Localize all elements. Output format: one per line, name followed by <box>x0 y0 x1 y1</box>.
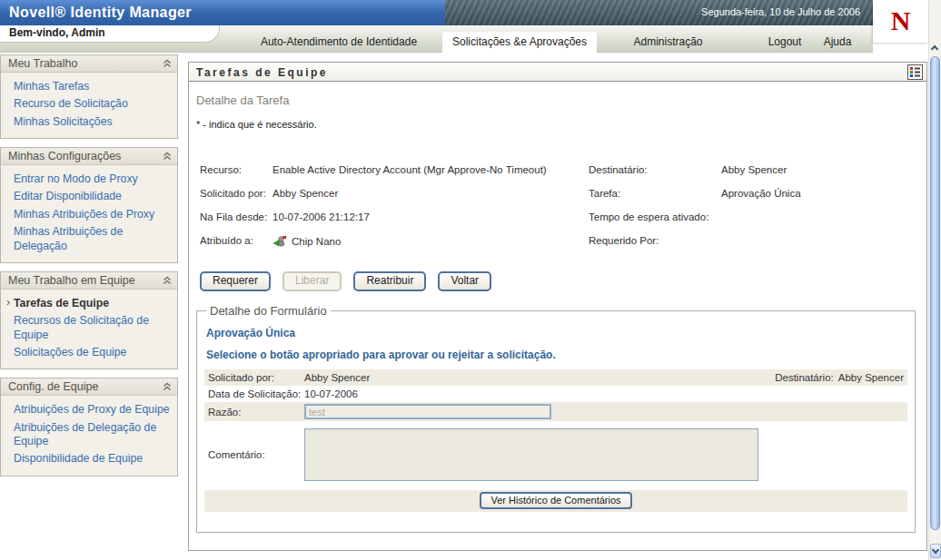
tab-ajuda[interactable]: Ajuda <box>811 32 864 52</box>
field-requerido-por-label: Requerido Por: <box>589 235 721 262</box>
content-panel: Tarefas de Equipe Detalhe da Tarefa * - … <box>188 62 927 551</box>
scroll-down-icon[interactable] <box>930 544 941 558</box>
task-action-buttons: Requerer Liberar Reatribuir Voltar <box>200 271 491 291</box>
destinatario-label: Destinatário: <box>775 372 834 383</box>
tab-logout[interactable]: Logout <box>757 32 813 52</box>
section-body: Minhas Tarefas Recurso de Solicitação Mi… <box>1 73 177 138</box>
display-options-icon <box>910 67 920 77</box>
sidebar-item-disponibilidade-equipe[interactable]: Disponibilidade de Equipe <box>14 452 170 466</box>
scroll-up-icon[interactable] <box>932 42 941 51</box>
data-solicitacao-value: 10-07-2006 <box>304 388 358 399</box>
view-comment-history-button[interactable]: Ver Histórico de Comentários <box>480 492 631 509</box>
tab-bar: Bem-vindo, Admin Auto-Atendimento de Ide… <box>0 25 873 53</box>
reatribuir-button[interactable]: Reatribuir <box>353 271 426 291</box>
form-instruction: Selecione o botão apropriado para aprova… <box>206 349 907 361</box>
field-solicitado-por-label: Solicitado por: <box>200 188 272 211</box>
page: Novell® Identity Manager Segunda-feira, … <box>0 0 941 560</box>
field-requerido-por-value <box>721 235 917 262</box>
vertical-scrollbar <box>928 0 941 560</box>
section-body: Tarefas de Equipe Recursos de Solicitaçã… <box>1 290 177 368</box>
solicitado-por-label: Solicitado por: <box>208 372 304 383</box>
collapse-chevrons-icon <box>163 382 172 391</box>
assigned-user-icon <box>272 235 287 248</box>
required-note: * - indica que é necessário. <box>196 119 926 130</box>
welcome-label: Bem-vindo, Admin <box>0 25 220 43</box>
solicitado-por-value: Abby Spencer <box>304 372 370 383</box>
section-header-meu-trabalho[interactable]: Meu Trabalho <box>1 55 177 73</box>
sidebar-section-meu-trabalho-em-equipe: Meu Trabalho em Equipe Tarefas de Equipe… <box>0 271 178 369</box>
page-title: Tarefas de Equipe <box>196 66 328 79</box>
sidebar-item-minhas-solicitacoes[interactable]: Minhas Solicitações <box>14 115 170 129</box>
form-row-comentario: Comentário: <box>204 425 907 485</box>
sidebar: Meu Trabalho Minhas Tarefas Recurso de S… <box>0 54 178 485</box>
sidebar-item-minhas-atribuicoes-delegacao[interactable]: Minhas Atribuições de Delegação <box>14 225 170 253</box>
novell-logo: N <box>873 0 928 43</box>
field-destinatario-label: Destinatário: <box>589 164 721 188</box>
form-detail-fieldset: Detalhe do Formulário Aprovação Única Se… <box>196 304 916 533</box>
tab-administracao[interactable]: Administração <box>620 32 716 52</box>
field-na-fila-desde-value: 10-07-2006 21:12:17 <box>272 211 589 235</box>
tab-solicitacoes-aprovacoes[interactable]: Solicitações &e Aprovações <box>442 32 597 53</box>
field-atribuido-a-value: Chip Nano <box>272 235 589 262</box>
section-header-minhas-configuracoes[interactable]: Minhas Configurações <box>1 148 177 165</box>
section-title: Minhas Configurações <box>8 150 121 162</box>
requerer-button[interactable]: Requerer <box>200 271 271 291</box>
field-tarefa-value: Aprovação Única <box>721 188 917 211</box>
sidebar-item-atribuicoes-proxy-equipe[interactable]: Atribuições de Proxy de Equipe <box>14 403 170 417</box>
sidebar-item-atribuicoes-delegacao-equipe[interactable]: Atribuições de Delegação de Equipe <box>14 421 170 449</box>
brand-title: Novell® Identity Manager <box>9 5 192 20</box>
voltar-button[interactable]: Voltar <box>438 271 491 291</box>
header-texture-band: Segunda-feira, 10 de Julho de 2006 <box>445 0 873 25</box>
form-row-data-solicitacao: Data de Solicitação: 10-07-2006 <box>204 386 907 402</box>
collapse-chevrons-icon <box>163 59 172 68</box>
section-title: Meu Trabalho <box>8 57 77 70</box>
collapse-chevrons-icon <box>163 152 172 161</box>
task-details: Recurso: Enable Active Directory Account… <box>200 164 917 262</box>
assigned-user-name: Chip Nano <box>292 236 341 247</box>
sidebar-item-minhas-atribuicoes-proxy[interactable]: Minhas Atribuições de Proxy <box>14 208 170 221</box>
field-tempo-espera-label: Tempo de espera ativado: <box>589 211 721 235</box>
razao-input <box>304 404 551 419</box>
form-row-solicitado: Solicitado por: Abby Spencer Destinatári… <box>204 369 907 386</box>
form-legend: Detalhe do Formulário <box>206 304 331 318</box>
sidebar-section-minhas-configuracoes: Minhas Configurações Entrar no Modo de P… <box>0 147 178 263</box>
sidebar-section-meu-trabalho: Meu Trabalho Minhas Tarefas Recurso de S… <box>0 54 178 139</box>
razao-label: Razão: <box>208 407 304 418</box>
field-atribuido-a-label: Atribuído a: <box>200 235 272 262</box>
section-body: Entrar no Modo de Proxy Editar Disponibi… <box>1 165 177 262</box>
sidebar-item-editar-disponibilidade[interactable]: Editar Disponibilidade <box>14 190 170 203</box>
comentario-label: Comentário: <box>208 449 304 460</box>
panel-subtitle: Detalhe da Tarefa <box>196 93 926 107</box>
display-options-button[interactable] <box>907 64 923 80</box>
field-destinatario-value: Abby Spencer <box>721 164 917 188</box>
section-body: Atribuições de Proxy de Equipe Atribuiçõ… <box>1 396 177 475</box>
sidebar-item-solicitacoes-equipe[interactable]: Solicitações de Equipe <box>14 346 170 359</box>
sidebar-item-entrar-modo-proxy[interactable]: Entrar no Modo de Proxy <box>14 172 170 186</box>
field-tempo-espera-value <box>721 211 917 235</box>
section-header-config-de-equipe[interactable]: Config. de Equipe <box>1 378 177 396</box>
panel-title-bar: Tarefas de Equipe <box>189 63 926 82</box>
data-solicitacao-label: Data de Solicitação: <box>208 388 304 399</box>
sidebar-item-recursos-solicitacao-equipe[interactable]: Recursos de Solicitação de Equipe <box>14 314 170 342</box>
tab-auto-atendimento[interactable]: Auto-Atendimento de Identidade <box>234 32 443 52</box>
collapse-chevrons-icon <box>163 276 172 285</box>
date-label: Segunda-feira, 10 de Julho de 2006 <box>701 0 860 25</box>
scrollbar-thumb[interactable] <box>930 56 940 530</box>
novell-logo-letter: N <box>891 5 911 35</box>
comment-history-row: Ver Histórico de Comentários <box>204 490 907 512</box>
sidebar-item-minhas-tarefas[interactable]: Minhas Tarefas <box>14 80 170 93</box>
field-solicitado-por-value: Abby Spencer <box>272 188 589 211</box>
sidebar-item-tarefas-de-equipe[interactable]: Tarefas de Equipe <box>14 297 170 310</box>
form-row-razao: Razão: <box>204 402 907 421</box>
sidebar-section-config-de-equipe: Config. de Equipe Atribuições de Proxy d… <box>0 378 178 476</box>
field-na-fila-desde-label: Na Fila desde: <box>200 211 272 235</box>
comentario-textarea <box>304 428 758 481</box>
form-heading: Aprovação Única <box>206 327 907 339</box>
brand-bar: Novell® Identity Manager <box>0 0 445 25</box>
section-title: Meu Trabalho em Equipe <box>8 274 135 287</box>
section-title: Config. de Equipe <box>8 380 98 393</box>
sidebar-item-recurso-de-solicitacao[interactable]: Recurso de Solicitação <box>14 97 170 111</box>
field-recurso-label: Recurso: <box>200 164 272 188</box>
field-recurso-value: Enable Active Directory Account (Mgr App… <box>272 164 589 188</box>
section-header-meu-trabalho-em-equipe[interactable]: Meu Trabalho em Equipe <box>1 272 177 290</box>
